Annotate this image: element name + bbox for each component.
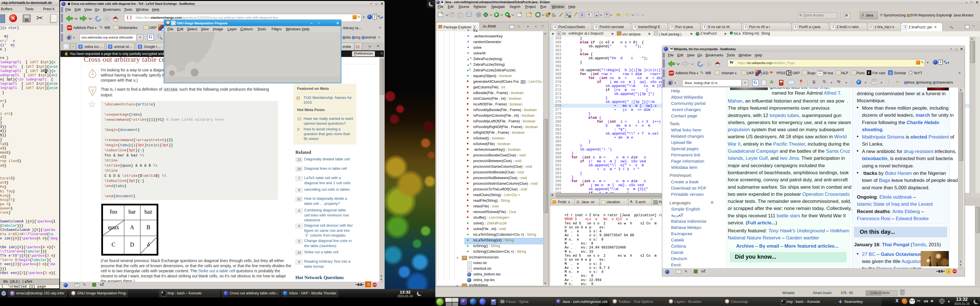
svg-text:¶: ¶ [588,13,590,17]
